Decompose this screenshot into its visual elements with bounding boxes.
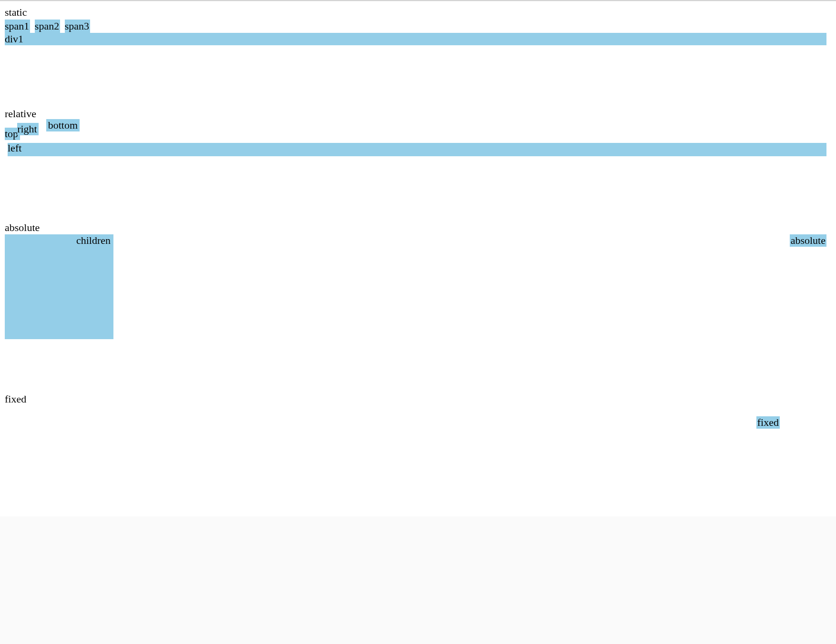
relative-title: relative xyxy=(5,107,831,121)
static-div-1: div1 xyxy=(5,33,826,45)
absolute-side-label: absolute xyxy=(790,234,826,247)
fixed-box-label: fixed xyxy=(756,416,780,429)
fixed-section: fixed fixed xyxy=(5,392,831,516)
relative-left-label: left xyxy=(8,142,21,154)
relative-right-box: right xyxy=(17,123,39,135)
static-section: static span1 span2 span3 div1 xyxy=(5,6,831,45)
static-span-3: span3 xyxy=(65,20,90,33)
absolute-title: absolute xyxy=(5,221,831,235)
absolute-children-label: children xyxy=(76,234,111,247)
relative-section: relative toprightbottom left xyxy=(5,107,831,159)
absolute-section: absolute children absolute xyxy=(5,221,831,331)
fixed-title: fixed xyxy=(5,392,831,406)
static-span-2: span2 xyxy=(35,20,60,33)
relative-left-bar: left xyxy=(8,143,826,156)
absolute-box: children xyxy=(5,234,113,339)
relative-bottom-box: bottom xyxy=(46,119,80,131)
static-span-1: span1 xyxy=(5,20,30,33)
static-title: static xyxy=(5,6,831,20)
